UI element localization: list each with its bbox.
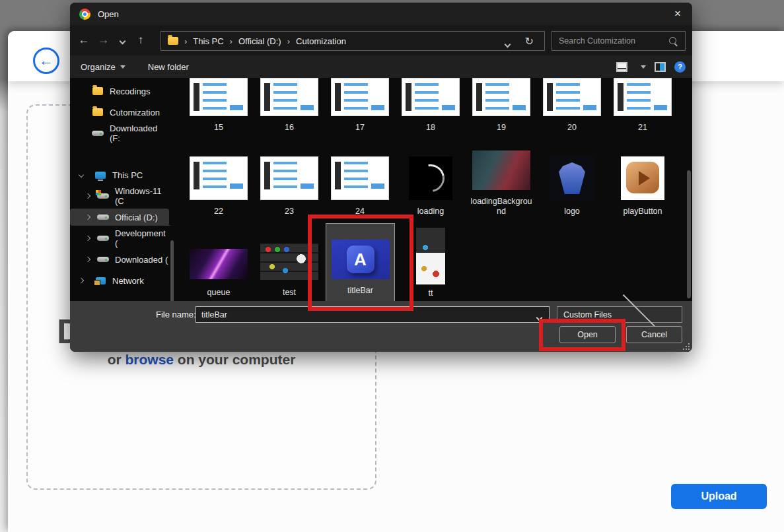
file-item[interactable]: 22 <box>187 156 250 216</box>
file-label: 19 <box>468 123 534 133</box>
loading-spinner-thumbnail <box>409 156 452 200</box>
sidebar-item-this-pc[interactable]: This PC <box>70 166 169 183</box>
file-thumbnail <box>543 78 601 116</box>
resize-grip[interactable] <box>683 343 690 350</box>
file-thumbnail <box>614 78 672 116</box>
chevron-right-icon[interactable] <box>79 278 84 283</box>
crumb-separator: › <box>178 36 193 46</box>
file-list-scrollbar[interactable] <box>687 170 691 298</box>
nav-recent-chevron-icon[interactable] <box>114 36 131 46</box>
file-label: 16 <box>256 123 322 133</box>
file-label: playButton <box>610 207 676 216</box>
file-item[interactable]: 15 <box>187 78 250 133</box>
organize-button[interactable]: Organize <box>81 62 125 72</box>
sidebar-item-recodings[interactable]: Recodings <box>70 83 169 100</box>
page-back-button[interactable]: ← <box>33 48 59 74</box>
back-arrow-icon: ← <box>39 52 53 69</box>
file-item[interactable]: logo <box>540 156 604 216</box>
file-thumbnail <box>260 156 318 200</box>
breadcrumb-this-pc[interactable]: This PC <box>193 36 223 46</box>
file-thumbnail <box>331 156 389 200</box>
sidebar-item-network[interactable]: Network <box>70 272 169 289</box>
chevron-right-icon[interactable] <box>85 257 90 262</box>
breadcrumb-official-d[interactable]: Official (D:) <box>238 36 281 46</box>
file-label: loadingBackground <box>468 197 534 216</box>
file-thumbnail <box>190 249 248 279</box>
dialog-command-bar: Organize New folder ? <box>70 55 692 78</box>
drive-icon <box>97 257 109 262</box>
sidebar-item-downloaded-i[interactable]: Downloaded ( <box>70 251 169 268</box>
nav-up-icon[interactable]: ↑ <box>131 34 151 47</box>
dialog-title: Open <box>98 9 119 19</box>
chevron-right-icon[interactable] <box>85 193 90 199</box>
sidebar-item-windows-11-c[interactable]: Windows-11 (C <box>70 187 169 205</box>
chevron-right-icon[interactable] <box>85 236 90 241</box>
file-item[interactable]: queue <box>187 249 250 298</box>
search-icon <box>668 36 678 46</box>
sidebar-item-official-d[interactable]: Official (D:) <box>70 209 169 226</box>
chrome-icon <box>79 9 90 20</box>
upload-button[interactable]: Upload <box>671 484 767 509</box>
file-thumbnail <box>402 78 460 116</box>
drive-icon <box>92 131 104 136</box>
annotation-box-open-button <box>539 319 625 351</box>
browse-line: or browse on your computer <box>92 352 310 368</box>
refresh-icon[interactable]: ↻ <box>525 35 534 48</box>
file-label: 17 <box>327 123 393 133</box>
play-button-thumbnail <box>621 156 664 200</box>
file-thumbnail <box>190 156 248 200</box>
file-label: 21 <box>610 123 676 133</box>
browse-suffix: on your computer <box>174 352 295 367</box>
file-label: 15 <box>186 123 252 133</box>
file-label: 22 <box>186 207 252 216</box>
drive-icon <box>97 215 109 220</box>
file-item[interactable]: playButton <box>611 156 674 216</box>
file-item[interactable]: loadingBackground <box>470 150 533 216</box>
preview-pane-icon[interactable] <box>655 62 666 72</box>
file-thumbnail <box>472 78 530 116</box>
address-dropdown-chevron-icon[interactable] <box>505 39 510 49</box>
cancel-button[interactable]: Cancel <box>626 326 682 343</box>
file-item[interactable]: 21 <box>611 78 674 133</box>
help-icon[interactable]: ? <box>674 61 686 73</box>
new-folder-button[interactable]: New folder <box>148 62 189 72</box>
nav-forward-icon[interactable]: → <box>94 34 114 47</box>
dialog-titlebar[interactable]: Open × <box>70 3 692 25</box>
file-thumbnail <box>472 150 530 190</box>
search-input[interactable] <box>552 36 668 46</box>
file-item[interactable]: 24 <box>328 156 392 216</box>
file-label: logo <box>539 207 605 216</box>
file-label: 18 <box>398 123 464 133</box>
sidebar-item-development[interactable]: Development ( <box>70 230 169 247</box>
browse-prefix: or <box>108 352 125 367</box>
file-item[interactable]: 19 <box>470 78 533 133</box>
browse-link[interactable]: browse <box>125 352 174 367</box>
file-item[interactable]: 20 <box>540 78 604 133</box>
sidebar-item-downloaded-f[interactable]: Downloaded (F: <box>70 125 169 142</box>
close-icon[interactable]: × <box>668 5 687 22</box>
sidebar-item-cutomization[interactable]: Cutomization <box>70 104 169 121</box>
file-thumbnail <box>416 228 445 284</box>
file-item[interactable]: 17 <box>328 78 392 133</box>
file-thumbnail <box>260 78 318 116</box>
chevron-right-icon[interactable] <box>85 215 90 220</box>
chevron-down-icon[interactable] <box>79 172 84 178</box>
annotation-box-titlebar-file <box>308 215 413 311</box>
organize-dropdown-icon <box>120 65 125 69</box>
breadcrumb[interactable]: › This PC › Official (D:) › Cutomization… <box>160 31 545 51</box>
dialog-navbar: ← → ↑ › This PC › Official (D:) › Cutomi… <box>70 25 692 55</box>
file-item[interactable]: loading <box>399 156 462 216</box>
search-box[interactable] <box>552 31 686 51</box>
breadcrumb-cutomization[interactable]: Cutomization <box>296 36 346 46</box>
change-view-icon[interactable] <box>616 62 627 72</box>
file-item[interactable]: 18 <box>399 78 462 133</box>
this-pc-icon <box>95 172 106 179</box>
file-label: queue <box>186 288 252 298</box>
file-label: 20 <box>539 123 605 133</box>
view-dropdown-icon[interactable] <box>641 65 646 69</box>
file-item[interactable]: 16 <box>258 78 321 133</box>
file-item[interactable]: 23 <box>258 156 321 216</box>
nav-back-icon[interactable]: ← <box>74 34 94 47</box>
crumb-separator: › <box>281 36 296 46</box>
crumb-separator: › <box>224 36 238 46</box>
